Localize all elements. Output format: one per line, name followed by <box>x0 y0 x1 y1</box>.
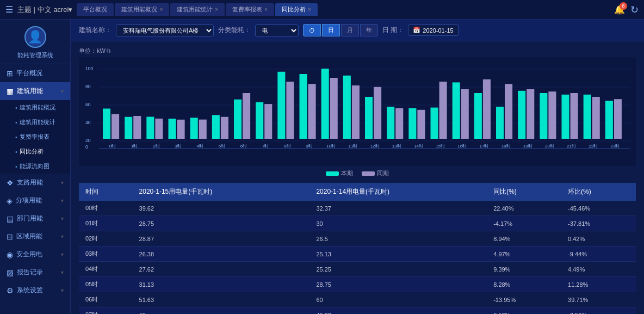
nav-arrow-1: ▾ <box>61 88 64 94</box>
main-content: 建筑名称： 安科瑞电气股份有限公司A楼 分类能耗： 电 ⏱ 日 月 年 日 期：… <box>71 20 644 314</box>
nav-item-系统设置[interactable]: ⚙ 系统设置 ▾ <box>0 281 70 299</box>
legend-current-color <box>326 171 339 176</box>
table-row: 00时39.6232.3722.40%-45.46% <box>79 201 636 216</box>
subnav-item-0[interactable]: 建筑用能概况 <box>0 100 70 115</box>
bar-chart-canvas <box>84 63 630 150</box>
cell-7-0: 07时 <box>79 307 133 315</box>
cell-5-0: 05时 <box>79 277 133 292</box>
nav-item-分项用能[interactable]: ◈ 分项用能 ▾ <box>0 192 70 210</box>
table-body: 00时39.6232.3722.40%-45.46%01时28.7530-4.1… <box>79 201 636 314</box>
subnav-item-2[interactable]: 复费率报表 <box>0 130 70 144</box>
subnav-building: 建筑用能概况建筑用能统计复费率报表同比分析能源流向图 <box>0 100 70 174</box>
topbar-tab-建筑用能概况[interactable]: 建筑用能概况 × <box>115 3 169 16</box>
subnav-item-4[interactable]: 能源流向图 <box>0 159 70 174</box>
cell-2-2: 26.5 <box>309 231 487 247</box>
chart-unit: 单位：kW·h <box>79 47 636 55</box>
tab-bar: 平台概况建筑用能概况 ×建筑用能统计 ×复费率报表 ×同比分析 × <box>77 3 610 16</box>
sidebar-user: 👤 能耗管理系统 <box>0 20 70 64</box>
date-picker[interactable]: 📅 2020-01-15 <box>408 24 458 36</box>
btn-time-clock[interactable]: ⏱ <box>303 24 321 36</box>
nav-item-报告记录[interactable]: ▨ 报告记录 ▾ <box>0 263 70 281</box>
legend-previous: 同期 <box>362 169 389 177</box>
cell-1-2: 30 <box>309 216 487 231</box>
subnav-item-3[interactable]: 同比分析 <box>0 144 70 159</box>
nav-label-8: 系统设置 <box>17 286 43 295</box>
brand-text: 主题 | 中文 acrei▾ <box>17 5 72 15</box>
col-header-0: 时间 <box>79 183 133 201</box>
nav-item-支路用能[interactable]: ❖ 支路用能 ▾ <box>0 174 70 192</box>
table-header-row: 时间2020-1-15用电量(千瓦时)2020-1-14用电量(千瓦时)同比(%… <box>79 183 636 201</box>
tab-close-icon[interactable]: × <box>215 7 218 13</box>
nav-item-部门用能[interactable]: ▤ 部门用能 ▾ <box>0 210 70 227</box>
chart-container: 100 80 60 40 20 0 <box>79 57 636 166</box>
table-row: 04时27.6225.259.39%4.49% <box>79 262 636 277</box>
cell-2-0: 02时 <box>79 231 133 247</box>
chart-legend: 本期 同期 <box>79 169 636 177</box>
table-row: 07时4845.635.19%-7.56% <box>79 307 636 315</box>
topbar-tab-建筑用能统计[interactable]: 建筑用能统计 × <box>170 3 225 16</box>
sidebar-system-title: 能耗管理系统 <box>17 51 53 59</box>
main-layout: 👤 能耗管理系统 ⊞ 平台概况 ▦ 建筑用能 ▾建筑用能概况建筑用能统计复费率报… <box>0 20 644 314</box>
btn-time-day[interactable]: 日 <box>322 24 340 36</box>
col-header-3: 同比(%) <box>487 183 561 201</box>
cell-2-3: 8.94% <box>487 231 561 247</box>
cell-1-3: -4.17% <box>487 216 561 231</box>
subnav-item-1[interactable]: 建筑用能统计 <box>0 115 70 130</box>
cell-6-2: 60 <box>309 292 487 307</box>
btn-time-month[interactable]: 月 <box>341 24 359 36</box>
cell-4-4: 4.49% <box>561 262 636 277</box>
nav-item-平台概况[interactable]: ⊞ 平台概况 <box>0 64 70 82</box>
cell-0-0: 00时 <box>79 201 133 216</box>
cell-1-1: 28.75 <box>133 216 310 231</box>
nav-icon-8: ⚙ <box>7 286 14 295</box>
building-label: 建筑名称： <box>79 26 112 35</box>
nav-arrow-5: ▾ <box>61 233 64 239</box>
cell-3-1: 26.38 <box>133 247 310 262</box>
table-row: 02时28.8726.58.94%0.42% <box>79 231 636 247</box>
filter-bar: 建筑名称： 安科瑞电气股份有限公司A楼 分类能耗： 电 ⏱ 日 月 年 日 期：… <box>71 20 644 41</box>
topbar-tab-平台概况[interactable]: 平台概况 <box>77 3 114 16</box>
table-row: 06时51.6360-13.95%39.71% <box>79 292 636 307</box>
btn-time-year[interactable]: 年 <box>360 24 378 36</box>
table-row: 01时28.7530-4.17%-37.81% <box>79 216 636 231</box>
nav-icon-7: ▨ <box>7 268 14 277</box>
cell-5-2: 28.75 <box>309 277 487 292</box>
table-section: 时间2020-1-15用电量(千瓦时)2020-1-14用电量(千瓦时)同比(%… <box>71 183 644 314</box>
cell-0-4: -45.46% <box>561 201 636 216</box>
cell-5-3: 8.28% <box>487 277 561 292</box>
tab-close-icon[interactable]: × <box>308 7 311 13</box>
chart-section: 单位：kW·h 100 80 60 40 20 0 <box>71 41 644 183</box>
cell-3-4: -9.44% <box>561 247 636 262</box>
cell-2-1: 28.87 <box>133 231 310 247</box>
time-btn-group: ⏱ 日 月 年 <box>303 24 378 36</box>
sidebar-nav: ⊞ 平台概况 ▦ 建筑用能 ▾建筑用能概况建筑用能统计复费率报表同比分析能源流向… <box>0 64 70 314</box>
nav-label-0: 平台概况 <box>16 69 42 78</box>
nav-item-区域用能[interactable]: ⊟ 区域用能 ▾ <box>0 227 70 245</box>
notification-icon[interactable]: 🔔 8 <box>614 4 625 15</box>
nav-icon-4: ▤ <box>7 214 14 223</box>
refresh-icon[interactable]: ↻ <box>630 4 639 16</box>
table-row: 05时31.1328.758.28%11.28% <box>79 277 636 292</box>
cell-7-1: 48 <box>133 307 310 315</box>
cell-7-2: 45.63 <box>309 307 487 315</box>
nav-icon-1: ▦ <box>7 87 14 96</box>
nav-arrow-4: ▾ <box>61 216 64 221</box>
building-select[interactable]: 安科瑞电气股份有限公司A楼 <box>116 24 214 36</box>
legend-previous-color <box>362 171 375 176</box>
date-value: 2020-01-15 <box>423 27 453 34</box>
nav-icon-5: ⊟ <box>7 232 13 241</box>
cell-7-3: 5.19% <box>487 307 561 315</box>
table-row: 03时26.3825.134.97%-9.44% <box>79 247 636 262</box>
nav-item-建筑用能[interactable]: ▦ 建筑用能 ▾ <box>0 82 70 100</box>
nav-icon-0: ⊞ <box>7 69 13 78</box>
nav-item-安全用电[interactable]: ◉ 安全用电 ▾ <box>0 245 70 263</box>
topbar-tab-同比分析[interactable]: 同比分析 × <box>275 3 318 16</box>
topbar-tab-复费率报表[interactable]: 复费率报表 × <box>226 3 274 16</box>
tab-close-icon[interactable]: × <box>159 7 163 13</box>
category-select[interactable]: 电 <box>255 24 299 36</box>
cell-1-4: -37.81% <box>561 216 636 231</box>
tab-close-icon[interactable]: × <box>264 7 268 13</box>
cell-6-1: 51.63 <box>133 292 310 307</box>
menu-icon[interactable]: ☰ <box>5 4 13 15</box>
legend-current-label: 本期 <box>341 169 353 177</box>
